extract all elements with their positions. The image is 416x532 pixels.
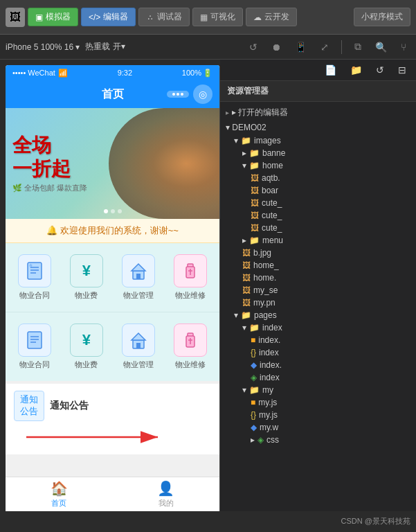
editor-label: 编辑器: [103, 11, 128, 23]
phone-body[interactable]: 全场 一折起 🌿 全场包邮 爆款直降 🔔 欢迎使用我们的系统，谢谢~~: [6, 108, 219, 477]
icon-box-fee-2: ¥: [70, 323, 103, 357]
file-home-dot-label: home.: [253, 273, 276, 283]
file-cute3-label: cute_: [262, 223, 282, 233]
copy-btn[interactable]: ⧉: [350, 39, 365, 54]
icon-property-contract-2[interactable]: 物业合同: [8, 318, 60, 375]
file-cute-1[interactable]: 🖼 cute_: [220, 197, 416, 209]
file-index-js[interactable]: ■ index.: [220, 334, 416, 346]
file-cute-3[interactable]: 🖼 cute_: [220, 222, 416, 234]
folder-images-label: images: [254, 136, 281, 145]
banner-dots: [104, 209, 122, 213]
hot-reload-toggle[interactable]: 热重载 开▾: [85, 41, 125, 53]
cloud-btn[interactable]: ☁ 云开发: [246, 8, 297, 26]
watermark: CSDN @景天科技苑: [341, 516, 410, 526]
folder-banne-icon: 📁: [249, 148, 260, 158]
icon-label-fee-1: 物业费: [75, 290, 98, 301]
notice-section: 通知 公告 通知公告: [6, 384, 219, 454]
visual-btn[interactable]: ▦ 可视化: [192, 8, 243, 26]
icon-property-fee-2[interactable]: ¥ 物业费: [60, 318, 112, 375]
file-home-dot-icon: 🖼: [242, 273, 251, 283]
more-btn[interactable]: [167, 91, 189, 98]
icon-property-repair-2[interactable]: 物业维修: [165, 318, 217, 375]
device-info[interactable]: iPhone 5 100% 16 ▾: [6, 42, 80, 52]
folder-home-icon: 📁: [249, 161, 260, 170]
battery-text: 100%: [182, 69, 201, 77]
file-mypn-icon: 🖼: [242, 298, 251, 308]
open-editors-section[interactable]: ▸ ▸ 打开的编辑器: [220, 105, 416, 121]
file-index-wxss-icon: ◈: [251, 373, 257, 382]
phone-btn[interactable]: 📱: [291, 40, 311, 54]
file-home-underscore-label: home_: [253, 260, 279, 270]
debug-icon: ⛬: [146, 12, 154, 22]
icon-grid-row2: 物业合同 ¥ 物业费 物业管理: [6, 312, 219, 381]
folder-css-label: css: [266, 435, 279, 445]
demo02-section[interactable]: ▾ DEMO02: [220, 121, 416, 134]
new-folder-btn[interactable]: 📁: [346, 62, 366, 78]
folder-pages-arrow: ▾: [234, 310, 238, 320]
branch-btn[interactable]: ⑂: [397, 40, 410, 54]
file-boar[interactable]: 🖼 boar: [220, 184, 416, 197]
file-myse[interactable]: 🖼 my_se: [220, 284, 416, 296]
collapse-tree-btn[interactable]: ⊟: [394, 62, 410, 78]
folder-home-arrow: ▾: [242, 161, 246, 170]
expand-btn[interactable]: ⤢: [316, 40, 333, 54]
folder-pages[interactable]: ▾ 📁 pages: [220, 309, 416, 321]
file-index-js-label: index.: [258, 335, 280, 345]
file-my-json[interactable]: {} my.js: [220, 409, 416, 421]
file-bjpg[interactable]: 🖼 b.jpg: [220, 247, 416, 259]
new-file-btn[interactable]: 📄: [320, 62, 341, 78]
folder-index[interactable]: ▾ 📁 index: [220, 321, 416, 334]
file-myse-label: my_se: [253, 285, 278, 295]
file-my-json-icon: {}: [251, 410, 256, 420]
file-aqtb-icon: 🖼: [251, 173, 259, 183]
icon-property-manage-2[interactable]: 物业管理: [113, 318, 165, 375]
icon-box-manage-2: [122, 323, 155, 357]
debug-btn[interactable]: ⛬ 调试器: [138, 8, 190, 26]
file-index-json[interactable]: {} index: [220, 346, 416, 359]
tab-home[interactable]: 🏠 首页: [6, 477, 113, 511]
file-tree[interactable]: ▸ ▸ 打开的编辑器 ▾ DEMO02 ▾ 📁 images ▸ 📁 banne: [220, 102, 416, 511]
file-cute1-icon: 🖼: [251, 198, 259, 208]
stop-btn[interactable]: ⏺: [267, 40, 285, 54]
tab-home-label: 首页: [51, 498, 66, 508]
svg-marker-17: [132, 333, 145, 340]
search-btn[interactable]: 🔍: [371, 40, 391, 54]
editor-icon: </>: [89, 12, 100, 22]
icon-label-manage-1: 物业管理: [123, 290, 154, 301]
svg-marker-6: [132, 264, 145, 271]
file-home-underscore[interactable]: 🖼 home_: [220, 259, 416, 272]
folder-my[interactable]: ▾ 📁 my: [220, 384, 416, 396]
file-aqtb[interactable]: 🖼 aqtb.: [220, 172, 416, 184]
file-index-wxml[interactable]: ◆ index.: [220, 359, 416, 371]
icon-grid-row1: 合 物业合同 ¥ 物业费: [6, 243, 219, 312]
file-mypn[interactable]: 🖼 my.pn: [220, 296, 416, 309]
folder-my-label: my: [262, 385, 273, 395]
icon-property-manage-1[interactable]: 物业管理: [113, 249, 165, 306]
folder-home[interactable]: ▾ 📁 home: [220, 159, 416, 172]
folder-menu[interactable]: ▸ 📁 menu: [220, 234, 416, 247]
folder-css[interactable]: ▸ ◈ css: [220, 434, 416, 446]
file-index-wxss[interactable]: ◈ index: [220, 371, 416, 384]
icon-property-fee-1[interactable]: ¥ 物业费: [60, 249, 112, 306]
nav-right-buttons[interactable]: ◎: [167, 85, 212, 104]
folder-images[interactable]: ▾ 📁 images: [220, 134, 416, 147]
file-my-wxml[interactable]: ◆ my.w: [220, 421, 416, 434]
folder-my-icon: 📁: [249, 385, 260, 395]
file-my-wxml-label: my.w: [260, 423, 278, 432]
file-home-dot[interactable]: 🖼 home.: [220, 272, 416, 284]
simulate-btn[interactable]: ▣ 模拟器: [28, 8, 78, 26]
refresh-tree-btn[interactable]: ↺: [372, 62, 388, 78]
mini-program-mode-btn[interactable]: 小程序模式: [354, 8, 410, 26]
banner-text-block: 全场 一折起 🌿 全场包邮 爆款直降: [12, 134, 87, 193]
scan-btn[interactable]: ◎: [193, 85, 212, 104]
file-cute-2[interactable]: 🖼 cute_: [220, 209, 416, 222]
tab-mine[interactable]: 👤 我的: [113, 477, 220, 511]
refresh-btn[interactable]: ↺: [245, 40, 262, 54]
editor-btn[interactable]: </> 编辑器: [81, 8, 136, 26]
icon-property-contract-1[interactable]: 合 物业合同: [8, 249, 60, 306]
file-index-wxml-label: index.: [260, 360, 282, 370]
file-aqtb-label: aqtb.: [262, 173, 280, 183]
icon-property-repair-1[interactable]: 物业维修: [165, 249, 217, 306]
folder-banne[interactable]: ▸ 📁 banne: [220, 147, 416, 159]
file-my-js[interactable]: ■ my.js: [220, 396, 416, 409]
